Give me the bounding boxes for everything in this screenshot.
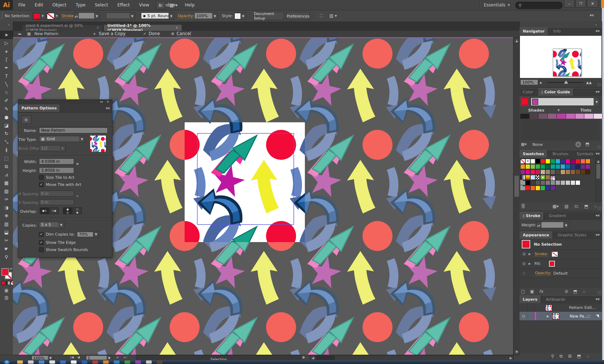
swatch-pat-floral[interactable] bbox=[540, 175, 545, 180]
swatch-pat-texture[interactable] bbox=[545, 175, 550, 180]
swatch-color[interactable] bbox=[550, 180, 555, 185]
panel-menu-icon[interactable]: ▾≡ bbox=[106, 106, 110, 110]
close-icon[interactable]: ✕ bbox=[96, 26, 99, 30]
swatch-pat-checker[interactable] bbox=[535, 175, 540, 180]
shade-swatch[interactable] bbox=[539, 114, 548, 119]
lasso-tool[interactable]: ⟅ bbox=[0, 55, 13, 64]
layer-row-pattern-editing[interactable]: ▼ Pattern Edit... bbox=[520, 304, 602, 312]
menu-help[interactable]: Help bbox=[180, 0, 199, 10]
new-layer-icon[interactable]: ⬒ bbox=[577, 354, 581, 359]
style-well[interactable] bbox=[234, 13, 241, 19]
artboard-tool[interactable]: ⬓ bbox=[0, 228, 13, 236]
resize-grip[interactable] bbox=[598, 146, 601, 149]
fill-dropdown-icon[interactable]: ▼ bbox=[40, 13, 45, 19]
align-artboard-icon[interactable]: ⛶ bbox=[318, 13, 325, 19]
swatch-color[interactable] bbox=[570, 159, 575, 164]
line-segment-tool[interactable]: ╲ bbox=[0, 80, 13, 88]
tile-type-dropdown[interactable]: ▼ bbox=[79, 136, 85, 143]
shade-swatch[interactable] bbox=[594, 114, 603, 119]
dim-copies-checkbox[interactable]: ✓ bbox=[39, 232, 44, 237]
stroke-none-swatch[interactable] bbox=[552, 252, 558, 257]
shade-swatch[interactable] bbox=[584, 114, 594, 119]
swatch-color[interactable] bbox=[530, 186, 535, 191]
swatch-color[interactable] bbox=[565, 164, 570, 169]
tile-type-select[interactable]: ▦ Grid bbox=[39, 136, 83, 142]
swatch-color[interactable] bbox=[530, 180, 535, 185]
swatch-color[interactable] bbox=[550, 169, 555, 174]
close-panel-icon[interactable]: ✕ bbox=[106, 100, 109, 104]
resize-grip[interactable] bbox=[598, 291, 601, 295]
tab-gradient[interactable]: Gradient bbox=[546, 212, 569, 220]
minimize-button[interactable]: – bbox=[564, 0, 575, 8]
menu-select[interactable]: Select bbox=[90, 0, 113, 10]
taskbar-app-icon[interactable] bbox=[125, 360, 130, 364]
swatch-none[interactable] bbox=[520, 159, 525, 164]
harmony-dropdown[interactable] bbox=[531, 98, 594, 106]
star-tool[interactable]: ☆ bbox=[0, 88, 13, 97]
swatch-color[interactable] bbox=[585, 164, 590, 169]
add-effect-icon[interactable]: fx bbox=[539, 289, 543, 294]
resize-grip[interactable] bbox=[598, 207, 601, 210]
shade-swatch[interactable] bbox=[575, 114, 585, 119]
swatch-color[interactable] bbox=[540, 159, 545, 164]
control-panel-menu-icon[interactable]: ▾≡ bbox=[590, 13, 600, 17]
stroke-weight-stepper[interactable]: ▲▼ bbox=[74, 13, 79, 20]
swatch-color[interactable] bbox=[525, 186, 530, 191]
move-tile-checkbox[interactable]: ✓ bbox=[39, 182, 44, 187]
swatch-color[interactable] bbox=[575, 169, 580, 174]
swatch-color[interactable] bbox=[555, 180, 560, 185]
scale-tool[interactable]: ⤡ bbox=[0, 138, 13, 146]
toolbar-collapse-icon[interactable]: » bbox=[6, 23, 12, 26]
status-menu-icon[interactable]: ▶ bbox=[303, 355, 305, 359]
swatches-menu-icon[interactable]: ▾≡ bbox=[596, 152, 600, 156]
stroke-link[interactable]: Stroke: bbox=[62, 14, 76, 19]
new-swatch-icon[interactable]: ⬒ bbox=[584, 204, 588, 209]
symbol-sprayer-tool[interactable]: ❉ bbox=[0, 212, 13, 220]
zoom-in-icon[interactable]: ▲▲ bbox=[586, 80, 591, 84]
navigator-preview[interactable] bbox=[553, 49, 581, 77]
paintbrush-tool[interactable]: ✐ bbox=[0, 97, 13, 105]
color-mode-button[interactable] bbox=[1, 281, 5, 285]
duplicate-item-icon[interactable]: ⬒ bbox=[573, 289, 577, 294]
taskbar-app-icon[interactable] bbox=[71, 360, 77, 364]
color-group-folder-icon[interactable] bbox=[520, 181, 525, 185]
color-wheel-icon[interactable]: ◍ bbox=[575, 142, 581, 147]
size-tile-checkbox[interactable] bbox=[39, 175, 44, 180]
type-tool[interactable]: T bbox=[0, 72, 13, 80]
swatch-color[interactable] bbox=[555, 169, 560, 174]
harmony-dropdown-button[interactable]: ▼ bbox=[594, 98, 600, 107]
overlap-bottom-on-top-button[interactable]: ◇◆ bbox=[73, 207, 82, 214]
weight-stepper[interactable]: ▲▼ bbox=[536, 222, 541, 229]
direct-selection-tool[interactable]: ▷ bbox=[0, 39, 13, 47]
tab-appearance[interactable]: Appearance bbox=[520, 231, 553, 239]
cancel-button[interactable]: ⊘ Cancel bbox=[171, 31, 191, 37]
zoom-tool[interactable]: ⚲ bbox=[0, 253, 13, 261]
next-artboard-icon[interactable]: ▶ bbox=[117, 355, 119, 359]
stroke-color-well[interactable] bbox=[47, 13, 55, 19]
swatch-color[interactable] bbox=[585, 159, 590, 164]
status-zoom-input[interactable]: 100% bbox=[31, 355, 49, 360]
tab-navigator[interactable]: Navigator bbox=[520, 28, 548, 35]
document-setup-button[interactable]: Document Setup bbox=[253, 12, 284, 20]
swatch-color[interactable] bbox=[575, 164, 580, 169]
taskbar-app-icon[interactable] bbox=[146, 360, 152, 364]
fill-color-well[interactable] bbox=[33, 13, 41, 19]
layer-name[interactable]: New Pa... bbox=[570, 314, 588, 319]
swatch-new-pattern[interactable] bbox=[550, 175, 555, 180]
appearance-opacity-row[interactable]: ⊙ Opacity: Default bbox=[520, 269, 602, 278]
taskbar-app-icon[interactable] bbox=[135, 360, 141, 364]
swatch-color[interactable] bbox=[565, 169, 570, 174]
stroke-dropdown-icon[interactable]: ▼ bbox=[54, 13, 59, 19]
vertical-scroll-thumb[interactable] bbox=[514, 176, 519, 197]
restore-button[interactable]: ❐ bbox=[575, 0, 586, 8]
swatch-color[interactable] bbox=[560, 159, 565, 164]
brush-dropdown[interactable]: ▼ bbox=[169, 13, 174, 20]
dim-copies-row[interactable]: ✓ Dim Copies to: 70% ▼ bbox=[39, 231, 99, 237]
swatch-color[interactable] bbox=[565, 180, 570, 185]
swatch-color[interactable] bbox=[570, 169, 575, 174]
first-artboard-icon[interactable]: |◀ bbox=[70, 355, 74, 359]
new-stroke-icon[interactable]: ▢ bbox=[521, 289, 525, 294]
shade-swatch[interactable] bbox=[548, 114, 557, 119]
swatch-color[interactable] bbox=[565, 159, 570, 164]
swatch-color[interactable] bbox=[545, 159, 550, 164]
